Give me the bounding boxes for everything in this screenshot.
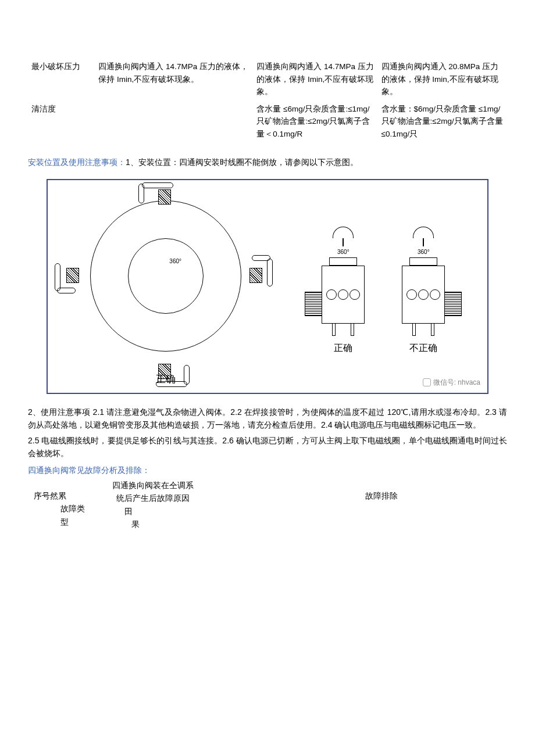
inner-circle-icon — [128, 238, 204, 314]
trouble-c2-l2: 统后产生后故障原因 — [104, 492, 202, 504]
table-row: 最小破坏压力 四通换向阀内通入 14.7MPa 压力的液体，保持 Imin,不应… — [28, 58, 507, 101]
correct-label: 正确 — [334, 341, 352, 356]
angle-label: 360° — [418, 248, 430, 257]
spec-label-pressure: 最小破坏压力 — [28, 58, 95, 101]
spec-c3: 四通换向阀内通入 14.7MPa 压力的液体，保持 Imin,不应有破坏现象。 — [253, 58, 377, 101]
trouble-c1-l1: 序号然累 — [34, 489, 92, 502]
trouble-c3: 故障排除 — [365, 489, 398, 502]
trouble-c2-l1: 四通换向阀装在仝调系 — [104, 479, 202, 492]
valve-icon — [145, 181, 186, 214]
installation-diagram: 360° 正确 360° — [47, 179, 488, 394]
trouble-c1-l2: 故障类型 — [34, 502, 92, 528]
angle-label: 360° — [337, 248, 349, 257]
angle-label: 360° — [169, 257, 181, 266]
install-heading-blue: 安装位置及使用注意事项： — [28, 157, 126, 167]
diagram-left-panel: 360° 正确 — [56, 188, 276, 388]
usage-paragraph-2: 2.5 电磁线圈接线时，要提供足够长的引线与其连接。2.6 确认电源已切断，方可… — [28, 434, 507, 460]
spec-c3b: 含水量 ≤6mg/只杂质含量:≤1mg/只矿物油含量:≤2mg/只氯离子含量＜0… — [253, 101, 377, 143]
assembly-correct-icon: 360° 正确 — [308, 227, 378, 356]
spec-c4b: 含水量：$6mg/只杂质含量 ≤1mg/只矿物油含量:≤2mg/只氯离子含量≤0… — [378, 101, 508, 143]
trouble-c2-l3: 田 — [104, 505, 202, 518]
assembly-incorrect-icon: 360° 不正确 — [388, 227, 458, 356]
trouble-spacer — [208, 479, 359, 531]
trouble-col2: 四通换向阀装在仝调系 统后产生后故障原因 田 果 — [98, 479, 208, 531]
troubleshoot-heading: 四通换向阀常见故障分析及排除： — [28, 464, 507, 476]
trouble-c2-l4: 果 — [104, 518, 202, 531]
watermark-text: 微信号: nhvaca — [433, 377, 480, 388]
valve-icon — [245, 260, 286, 292]
spec-label-clean: 清洁度 — [28, 101, 95, 143]
spec-table: 最小破坏压力 四通换向阀内通入 14.7MPa 压力的液体，保持 Imin,不应… — [28, 58, 507, 143]
table-row: 序号然累 故障类型 四通换向阀装在仝调系 统后产生后故障原因 田 果 故障排除 — [28, 479, 404, 531]
wechat-icon — [423, 378, 431, 386]
diagram-right-panel: 360° 正确 360° 不正确 — [288, 188, 479, 388]
incorrect-label: 不正确 — [409, 341, 437, 356]
usage-paragraph-1: 2、使用注意事项 2.1 请注意避免湿气及杂物进入阀体。2.2 在焊接接管时，为… — [28, 406, 507, 432]
table-row: 清洁度 含水量 ≤6mg/只杂质含量:≤1mg/只矿物油含量:≤2mg/只氯离子… — [28, 101, 507, 143]
troubleshoot-table: 序号然累 故障类型 四通换向阀装在仝调系 统后产生后故障原因 田 果 故障排除 — [28, 479, 404, 531]
trouble-col1: 序号然累 故障类型 — [28, 479, 98, 531]
watermark: 微信号: nhvaca — [423, 377, 480, 388]
valve-icon — [47, 260, 87, 292]
install-heading-rest: 1、安装位置：四通阀安装时线圈不能倒放，请参阅以下示意图。 — [126, 157, 358, 167]
left-caption: 正确 — [156, 371, 176, 387]
spec-c4: 四通换向阀内通入 20.8MPa 压力的液体，保持 Imin,不应有破坏现象。 — [378, 58, 508, 101]
spec-c2: 四通换向阀内通入 14.7MPa 压力的液体，保持 Imin,不应有破坏现象。 — [95, 58, 253, 101]
spec-c2b — [95, 101, 253, 143]
install-heading: 安装位置及使用注意事项：1、安装位置：四通阀安装时线圈不能倒放，请参阅以下示意图… — [28, 156, 507, 169]
trouble-col3: 故障排除 — [359, 479, 404, 531]
